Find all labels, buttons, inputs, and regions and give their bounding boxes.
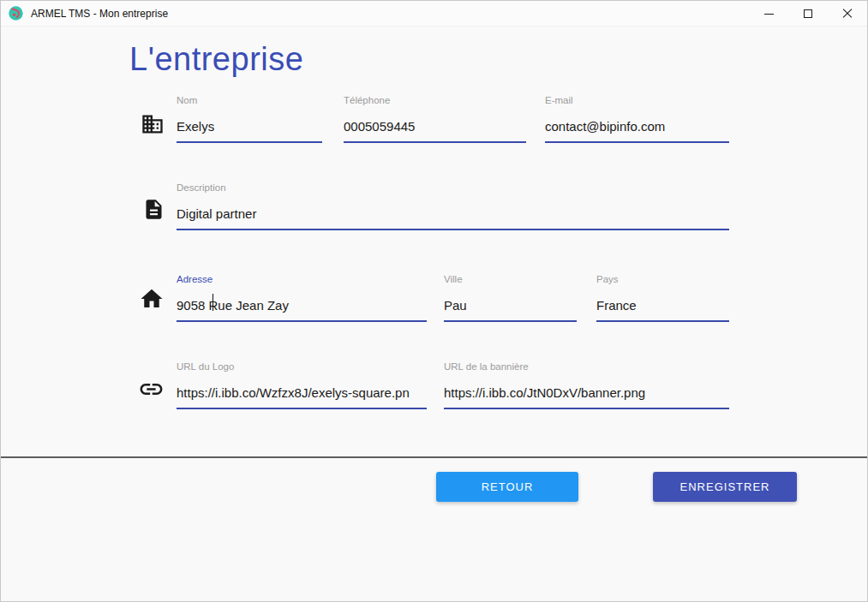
email-underline [545, 141, 729, 143]
app-logo-icon [9, 6, 23, 21]
description-label: Description [177, 182, 226, 193]
url-banniere-label: URL de la bannière [444, 361, 529, 372]
description-input[interactable] [177, 204, 729, 223]
pays-label: Pays [596, 274, 619, 284]
email-label: E-mail [545, 95, 573, 105]
url-logo-underline [177, 408, 427, 409]
nom-field: Nom [177, 93, 322, 145]
ville-label: Ville [444, 274, 463, 284]
adresse-field: Adresse [177, 272, 427, 324]
ville-field: Ville [444, 272, 577, 324]
maximize-icon [804, 9, 812, 18]
close-icon [842, 9, 853, 19]
telephone-underline [344, 141, 526, 143]
telephone-field: Téléphone [344, 93, 526, 145]
maximize-button[interactable] [788, 1, 828, 27]
email-input[interactable] [545, 116, 729, 135]
building-icon [141, 112, 165, 136]
url-logo-input[interactable] [177, 383, 427, 402]
telephone-label: Téléphone [344, 95, 390, 105]
nom-underline [177, 141, 322, 143]
close-button[interactable] [828, 1, 867, 27]
page-title: L'entreprise [129, 41, 303, 78]
window-title: ARMEL TMS - Mon entreprise [31, 8, 168, 20]
text-caret [213, 294, 213, 311]
pays-underline [596, 320, 729, 322]
footer-divider [1, 456, 867, 458]
app-window: ARMEL TMS - Mon entreprise L'entreprise … [0, 0, 868, 602]
url-banniere-underline [444, 408, 729, 409]
adresse-label: Adresse [177, 274, 213, 284]
minimize-button[interactable] [749, 1, 788, 27]
pays-input[interactable] [596, 295, 729, 314]
description-field: Description [177, 181, 729, 232]
url-logo-field: URL du Logo [177, 360, 427, 411]
telephone-input[interactable] [344, 116, 526, 135]
nom-label: Nom [177, 95, 197, 105]
window-controls [749, 1, 867, 27]
adresse-input[interactable] [177, 295, 427, 314]
url-banniere-field: URL de la bannière [444, 360, 729, 411]
home-icon [139, 286, 165, 312]
retour-button[interactable]: RETOUR [436, 472, 578, 502]
email-field: E-mail [545, 93, 729, 145]
pays-field: Pays [596, 272, 729, 324]
link-icon [138, 376, 165, 402]
url-banniere-input[interactable] [444, 383, 729, 402]
description-underline [177, 229, 729, 230]
url-logo-label: URL du Logo [177, 361, 234, 372]
ville-underline [444, 320, 577, 322]
titlebar: ARMEL TMS - Mon entreprise [1, 1, 867, 27]
nom-input[interactable] [177, 116, 322, 135]
adresse-underline [177, 320, 427, 322]
document-icon [142, 198, 165, 221]
ville-input[interactable] [444, 295, 577, 314]
enregistrer-button[interactable]: ENREGISTRER [653, 472, 797, 502]
minimize-icon [764, 14, 774, 15]
